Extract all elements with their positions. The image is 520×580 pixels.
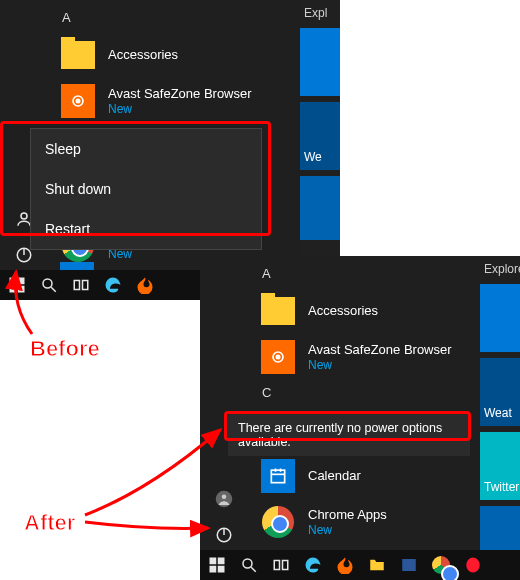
svg-rect-34 xyxy=(218,566,225,573)
opera-icon[interactable] xyxy=(464,556,482,574)
svg-point-40 xyxy=(466,558,480,573)
svg-point-0 xyxy=(21,213,27,219)
folder-icon xyxy=(61,41,95,69)
no-power-tooltip: There are currently no power options ava… xyxy=(228,414,470,456)
tile[interactable] xyxy=(480,506,520,556)
svg-line-36 xyxy=(251,567,256,572)
svg-rect-14 xyxy=(83,281,88,290)
live-tiles: Explore Weat Twitter xyxy=(480,256,520,550)
svg-point-35 xyxy=(243,559,252,568)
avast-icon xyxy=(61,84,95,118)
power-sleep[interactable]: Sleep xyxy=(31,129,261,169)
svg-rect-38 xyxy=(283,561,288,570)
power-menu: Sleep Shut down Restart xyxy=(30,128,262,250)
svg-rect-27 xyxy=(271,470,284,483)
app-label: Avast SafeZone Browser xyxy=(108,86,252,102)
search-icon[interactable] xyxy=(240,556,258,574)
calendar-icon xyxy=(261,459,295,493)
power-restart[interactable]: Restart xyxy=(31,209,261,249)
edge-icon[interactable] xyxy=(304,556,322,574)
svg-rect-31 xyxy=(210,558,217,565)
label-before: Before xyxy=(30,336,100,362)
app-list: A Accessories Avast SafeZone Browser New… xyxy=(48,0,340,148)
taskbar xyxy=(200,550,520,580)
word-icon[interactable] xyxy=(400,556,418,574)
start-icon[interactable] xyxy=(208,556,226,574)
live-tiles: Expl We xyxy=(300,0,340,270)
avast-icon xyxy=(261,340,295,374)
label-after: After xyxy=(24,510,75,536)
arrow-after-to-power xyxy=(80,500,220,550)
svg-rect-13 xyxy=(74,281,79,290)
svg-rect-39 xyxy=(402,559,416,571)
start-menu-before: A Accessories Avast SafeZone Browser New… xyxy=(0,0,340,300)
svg-point-20 xyxy=(276,355,279,358)
svg-rect-33 xyxy=(210,566,217,573)
new-badge: New xyxy=(308,358,452,372)
arrow-before-to-power xyxy=(2,266,52,336)
app-label: Calendar xyxy=(308,468,361,484)
start-menu-after: A Accessories Avast SafeZone Browser New… xyxy=(200,256,520,580)
folder-icon[interactable] xyxy=(368,556,386,574)
flame-icon[interactable] xyxy=(336,556,354,574)
app-avast[interactable]: Avast SafeZone Browser New xyxy=(48,79,340,125)
taskview-icon[interactable] xyxy=(272,556,290,574)
folder-icon xyxy=(261,297,295,325)
tile-twitter[interactable]: Twitter xyxy=(480,432,520,500)
new-badge: New xyxy=(308,523,387,537)
edge-icon[interactable] xyxy=(104,276,122,294)
svg-rect-32 xyxy=(218,558,225,565)
new-badge: New xyxy=(108,102,252,116)
power-shutdown[interactable]: Shut down xyxy=(31,169,261,209)
letter-header-a[interactable]: A xyxy=(48,6,340,33)
chrome-taskbar-icon[interactable] xyxy=(432,556,450,574)
chrome-icon xyxy=(262,506,294,538)
tile[interactable] xyxy=(480,284,520,352)
svg-rect-37 xyxy=(274,561,279,570)
app-label: Accessories xyxy=(308,303,378,319)
tiles-header: Expl xyxy=(300,6,340,28)
taskview-icon[interactable] xyxy=(72,276,90,294)
flame-icon[interactable] xyxy=(136,276,154,294)
app-label: Avast SafeZone Browser xyxy=(308,342,452,358)
tile[interactable] xyxy=(300,176,340,240)
app-accessories[interactable]: Accessories xyxy=(48,33,340,79)
tile[interactable] xyxy=(300,28,340,96)
app-label: Chrome Apps xyxy=(308,507,387,523)
tooltip-text: There are currently no power options ava… xyxy=(238,421,442,449)
tiles-header: Explore xyxy=(480,262,520,284)
tile-weather[interactable]: Weat xyxy=(480,358,520,426)
tile-weather[interactable]: We xyxy=(300,102,340,170)
app-label: Accessories xyxy=(108,47,178,63)
svg-point-4 xyxy=(76,99,79,102)
